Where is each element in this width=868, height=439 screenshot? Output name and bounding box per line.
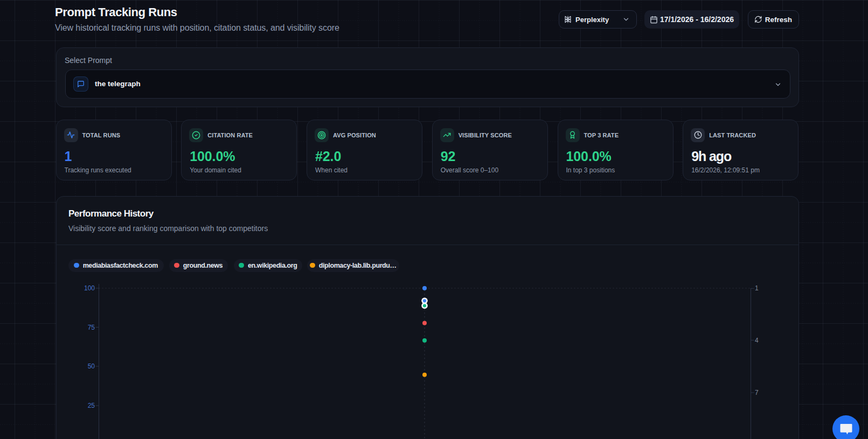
svg-text:100: 100 (84, 284, 95, 292)
svg-text:1: 1 (755, 284, 759, 292)
svg-text:75: 75 (88, 324, 95, 331)
svg-text:50: 50 (88, 363, 95, 370)
svg-text:4: 4 (755, 337, 759, 344)
svg-text:25: 25 (88, 402, 95, 409)
svg-text:7: 7 (755, 389, 759, 396)
